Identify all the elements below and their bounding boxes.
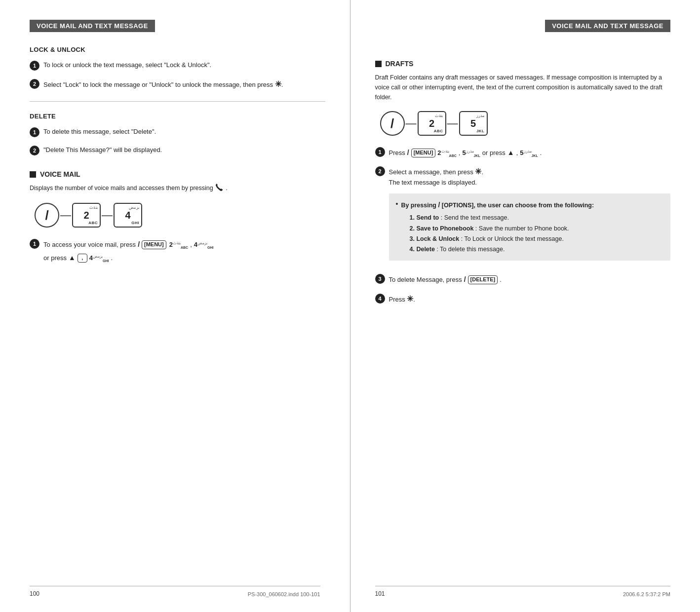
arrow-2: —: [102, 209, 113, 222]
page-wrapper: VOICE MAIL AND TEXT MESSAGE LOCK & UNLOC…: [0, 0, 700, 612]
arrow-drafts-1: —: [406, 117, 417, 130]
drafts-step-num-1: 1: [375, 147, 385, 157]
arrow-1: —: [60, 209, 71, 222]
inline-slash-1: /: [138, 238, 140, 251]
lock-step-1: 1 To lock or unlock the text message, se…: [30, 60, 325, 71]
left-page-number: 100: [30, 590, 39, 597]
option-2: 2. Save to Phonebook : Save the number t…: [410, 224, 664, 234]
delete-key: [DELETE]: [468, 275, 498, 284]
drafts-step-3-text: To delete Message, press / [DELETE].: [389, 273, 671, 286]
lock-step-2-text: Select "Lock" to lock the message or "Un…: [43, 78, 325, 90]
menu-key-drafts: [MENU]: [411, 149, 436, 157]
num2-inline: 2بتةثABC: [169, 239, 188, 251]
num4-inline-2: 4بزمضGHI: [89, 252, 109, 264]
drafts-step-2: 2 Select a message, then press ✳. The te…: [375, 166, 671, 267]
drafts-step-1-text: Press / [MENU] 2بتةثABC, 5مذرزJKL or pre…: [389, 147, 671, 159]
key5-bot-drafts: JKL: [476, 129, 485, 133]
delete-step-2: 2 "Delete This Message?" will be display…: [30, 145, 325, 155]
d-num5: 5مذرزJKL: [462, 147, 480, 159]
drafts-title-text: DRAFTS: [386, 60, 414, 68]
phone-icon: [215, 183, 226, 194]
voicemail-title: VOICE MAIL: [30, 170, 325, 178]
voicemail-title-text: VOICE MAIL: [40, 170, 80, 178]
drafts-key-diagram: / — بتةث 2 ABC — مذرز 5 JKL: [380, 111, 671, 136]
drafts-step-num-4: 4: [375, 294, 385, 304]
divider-1: [30, 101, 325, 102]
options-info-box: • By pressing / [OPTIONS], the user can …: [389, 193, 671, 261]
lock-step-2: 2 Select "Lock" to lock the message or "…: [30, 78, 325, 90]
nav-up-icon: ▲: [69, 252, 76, 264]
key-5-jkl-drafts: مذرز 5 JKL: [459, 111, 488, 136]
black-square-drafts: [375, 61, 382, 67]
lock-section-title: LOCK & UNLOCK: [30, 46, 325, 53]
drafts-step-3: 3 To delete Message, press / [DELETE].: [375, 273, 671, 286]
drafts-step-4-text: Press ✳.: [389, 293, 671, 305]
drafts-step-num-3: 3: [375, 274, 385, 284]
lock-step-1-text: To lock or unlock the text message, sele…: [43, 60, 325, 70]
comma-key: ,: [78, 254, 87, 263]
option-4: 4. Delete : To delete this message.: [410, 244, 664, 255]
step-num-2: 2: [30, 79, 39, 89]
delete-step-2-text: "Delete This Message?" will be displayed…: [43, 145, 325, 155]
key-4-top: بزمض: [129, 205, 139, 210]
option-3: 3. Lock & Unlock : To Lock or Unlock the…: [410, 234, 664, 244]
drafts-desc: Draft Folder contains any draft messages…: [375, 73, 671, 102]
page-right: VOICE MAIL AND TEXT MESSAGE DRAFTS Draft…: [350, 0, 700, 612]
menu-label: [MENU]: [142, 240, 166, 249]
right-header: VOICE MAIL AND TEXT MESSAGE: [545, 20, 670, 32]
delete-step-1: 1 To delete this message, select "Delete…: [30, 127, 325, 137]
black-square-icon: [30, 171, 36, 178]
bullet-dot-icon: •: [396, 199, 398, 209]
left-footer: 100 PS-300_060602.indd 100-101: [30, 586, 320, 597]
right-footer: 101 2006.6.2 5:37:2 PM: [375, 586, 671, 597]
key5-num-drafts: 5: [470, 118, 476, 128]
delete-step-1-text: To delete this message, select "Delete".: [43, 127, 325, 137]
left-header: VOICE MAIL AND TEXT MESSAGE: [30, 20, 155, 32]
voicemail-section: VOICE MAIL Displays the number of voice …: [30, 170, 325, 264]
drafts-title: DRAFTS: [375, 60, 671, 68]
bullet-item-title: • By pressing / [OPTIONS], the user can …: [396, 199, 664, 211]
drafts-step-2-text: Select a message, then press ✳. The text…: [389, 166, 671, 267]
delete-step-num-2: 2: [30, 146, 39, 155]
voicemail-step-1-text: To access your voice mail, press / [MENU…: [43, 238, 325, 264]
option-1: 1. Send to : Send the text message.: [410, 213, 664, 223]
inline-slash-del: /: [464, 273, 466, 286]
arrow-drafts-2: —: [447, 117, 458, 130]
drafts-step-num-2: 2: [375, 166, 385, 176]
right-header-wrapper: VOICE MAIL AND TEXT MESSAGE: [375, 20, 671, 46]
bullet-title-text: By pressing / [OPTIONS], the user can ch…: [401, 199, 594, 211]
drafts-step-1: 1 Press / [MENU] 2بتةثABC, 5مذرزJKL or p…: [375, 147, 671, 159]
key2-top-drafts: بتةث: [435, 114, 443, 118]
nav-up-drafts: ▲: [507, 147, 514, 159]
key5-top-drafts: مذرز: [476, 114, 485, 118]
slash-key-drafts: /: [380, 111, 405, 136]
slash-key-1: /: [35, 203, 59, 228]
key-4-bot: GHI: [131, 221, 139, 225]
voicemail-desc: Displays the number of voice mails and a…: [30, 183, 325, 194]
key-4-num: 4: [125, 210, 130, 220]
key-2-bot: ABC: [88, 221, 98, 225]
voicemail-step-1: 1 To access your voice mail, press / [ME…: [30, 238, 325, 264]
options-steps: 1. Send to : Send the text message. 2. S…: [410, 213, 664, 255]
voicemail-key-diagram: / — بتةث 2 ABC — بزمض 4 GHI: [35, 203, 325, 228]
key-2-num: 2: [83, 210, 89, 220]
key-4-ghi: بزمض 4 GHI: [114, 203, 142, 228]
right-page-number: 101: [375, 590, 385, 597]
page-left: VOICE MAIL AND TEXT MESSAGE LOCK & UNLOC…: [0, 0, 350, 612]
d-num5-2: 5مذرزJKL: [520, 147, 538, 159]
d-num2: 2بتةثABC: [437, 147, 456, 159]
left-doc-info: PS-300_060602.indd 100-101: [248, 591, 320, 597]
right-date-info: 2006.6.2 5:37:2 PM: [623, 591, 670, 597]
delete-step-num-1: 1: [30, 127, 39, 137]
inline-slash-drafts: /: [407, 147, 409, 159]
key-2-top: بتةث: [89, 205, 98, 210]
step-num-1: 1: [30, 61, 39, 71]
drafts-step-4: 4 Press ✳.: [375, 293, 671, 305]
num4-inline: 4بزمضGHI: [194, 239, 214, 251]
vm-step-num-1: 1: [30, 239, 39, 249]
key-2-abc: بتةث 2 ABC: [72, 203, 101, 228]
key2-bot-drafts: ABC: [434, 129, 443, 133]
delete-section-title: DELETE: [30, 113, 325, 120]
key-2-abc-drafts: بتةث 2 ABC: [418, 111, 446, 136]
key2-num-drafts: 2: [429, 118, 434, 128]
